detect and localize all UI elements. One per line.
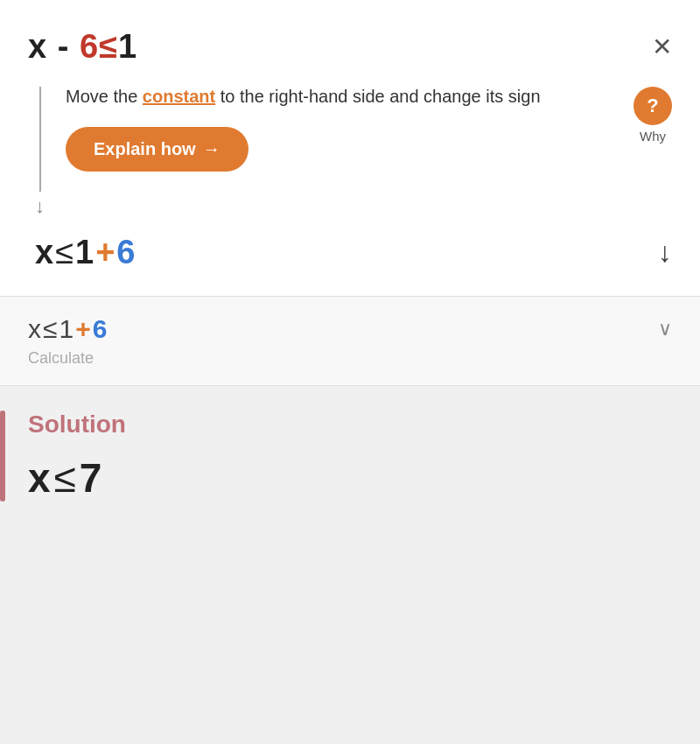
top-panel: x - 6≤1 ✕ ↓ Move the constant to the rig…	[0, 0, 700, 296]
solution-equation: x ≤ 7	[28, 454, 672, 502]
res-six: 6	[116, 234, 135, 271]
why-button[interactable]: ?	[634, 87, 672, 125]
eq-leq: ≤	[99, 28, 118, 65]
sol-x: x	[28, 454, 51, 502]
sol-seven: 7	[80, 454, 102, 502]
text-before: Move the	[66, 87, 143, 106]
constant-highlight: constant	[143, 87, 215, 106]
eq-six: 6	[80, 28, 99, 65]
step-equation: x ≤ 1 + 6	[28, 314, 107, 344]
solution-title: Solution	[28, 411, 672, 439]
step-plus: +	[75, 314, 91, 344]
step-leq: ≤	[43, 314, 57, 344]
res-x: x	[35, 234, 53, 271]
sol-leq: ≤	[54, 454, 76, 502]
eq-minus: -	[47, 28, 80, 65]
text-after: to the right-hand side and change its si…	[215, 87, 540, 106]
main-equation: x - 6≤1	[28, 28, 137, 66]
step-arrow: ↓	[35, 195, 45, 218]
explain-how-button[interactable]: Explain how →	[66, 127, 248, 172]
why-label: Why	[640, 129, 666, 144]
vertical-line	[39, 87, 41, 192]
calculate-label: Calculate	[28, 349, 672, 368]
close-button[interactable]: ✕	[652, 35, 672, 60]
explanation-text: Move the constant to the right-hand side…	[66, 83, 612, 109]
solution-bar	[0, 411, 5, 502]
down-arrow-button[interactable]: ↓	[658, 236, 672, 269]
explain-btn-arrow: →	[203, 139, 220, 159]
title-row: x - 6≤1 ✕	[28, 28, 672, 66]
step-indicator: ↓	[35, 83, 45, 218]
solution-section: Solution x ≤ 7	[0, 386, 700, 519]
explanation-area: Move the constant to the right-hand side…	[66, 83, 612, 172]
solution-content: Solution x ≤ 7	[28, 411, 672, 502]
step-x: x	[28, 314, 41, 344]
explain-btn-label: Explain how	[94, 139, 196, 159]
step-top-row: x ≤ 1 + 6 ∨	[28, 314, 672, 344]
step-card: x ≤ 1 + 6 ∨ Calculate	[0, 297, 700, 386]
step-six: 6	[93, 314, 108, 344]
res-leq: ≤	[55, 234, 74, 271]
result-equation: x ≤ 1 + 6	[35, 234, 135, 271]
explanation-row: ↓ Move the constant to the right-hand si…	[35, 83, 672, 218]
why-area: ? Why	[634, 83, 672, 144]
result-row: x ≤ 1 + 6 ↓	[28, 234, 672, 271]
eq-one: 1	[118, 28, 137, 65]
lower-panel: x ≤ 1 + 6 ∨ Calculate Solution x ≤ 7	[0, 297, 700, 519]
step-one: 1	[59, 314, 74, 344]
eq-x: x	[28, 28, 47, 65]
why-icon: ?	[647, 95, 658, 117]
res-one: 1	[75, 234, 94, 271]
chevron-down-icon[interactable]: ∨	[658, 318, 672, 340]
res-plus: +	[95, 234, 115, 271]
